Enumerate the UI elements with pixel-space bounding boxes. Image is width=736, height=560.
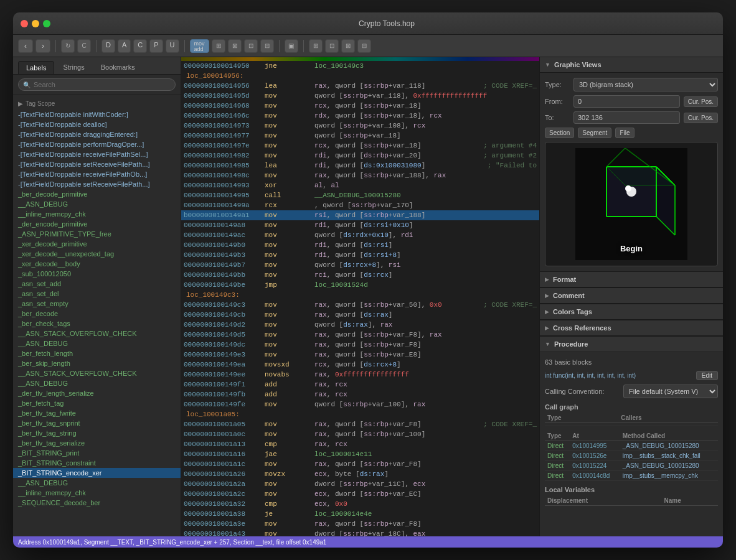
close-button[interactable] [21,20,28,27]
asm-line[interactable]: 0000000100149be jmp loc_10001524d [181,280,539,290]
asm-line[interactable]: 0000000100149d2 mov qword [ds:rax], rax [181,320,539,330]
list-item[interactable]: -[TextFieldDroppable dealloc] [13,119,181,129]
asm-line[interactable]: 000000010001496c mov rdx, qword [ss:rbp+… [181,111,539,121]
from-input[interactable] [573,95,680,108]
back-button[interactable]: ‹ [18,39,33,53]
list-item[interactable]: __ASN_DEBUG [13,378,181,388]
refresh-button[interactable]: ↻ [61,39,75,53]
asm-line[interactable]: 000000010001a16 jae loc_1000014e11 [181,449,539,459]
list-item[interactable]: _xer_decode_primitive [13,239,181,249]
asm-view[interactable]: 0000000100014950 jne loc_100149c3 loc_10… [181,61,539,536]
tab-bookmarks[interactable]: Bookmarks [93,61,143,74]
list-item[interactable]: -[TextFieldDroppable setReceiveFilePath.… [13,179,181,189]
list-item[interactable]: _xer_decode__unexpected_tag [13,249,181,259]
list-item[interactable]: _ASN_PRIMITIVE_TYPE_free [13,229,181,239]
list-item[interactable]: __ASN_STACK_OVERFLOW_CHECK [13,329,181,338]
asm-line[interactable]: 000000010001a3e mov rax, qword [ss:rbp+v… [181,519,539,529]
icon-btn-2[interactable]: ⊠ [228,39,242,53]
asm-line[interactable]: 000000010001a05 mov rax, qword [ss:rbp+v… [181,419,539,429]
format-header[interactable]: ▶ Format [540,272,723,287]
asm-line[interactable]: 0000000100149bb mov rci, qword [ds:rcx] [181,270,539,280]
to-input[interactable] [573,111,680,124]
asm-line[interactable]: 0000000100014968 mov rcx, qword [ss:rbp+… [181,101,539,111]
list-item[interactable]: -[TextFieldDroppable receiveFilePathOb..… [13,169,181,179]
cur-pos-button-from[interactable]: Cur. Pos. [684,96,718,107]
table-row[interactable]: Direct 0x10015224 _ASN_DEBUG_100015280 [545,460,718,470]
asm-line[interactable]: 0000000100014982 mov rdi, qword [ds:rbp+… [181,151,539,161]
asm-line[interactable]: 000000010001495d mov qword [ss:rbp+var_1… [181,91,539,101]
minimize-button[interactable] [32,20,39,27]
list-item[interactable]: _der_encode_primitive [13,219,181,229]
list-item[interactable]: _ber_tlv_tag_snprint [13,418,181,428]
asm-line[interactable]: 0000000100149f1 add rax, rcx [181,380,539,390]
list-item-selected[interactable]: _BIT_STRING_encode_xer [13,468,181,478]
asm-line[interactable]: 0000000100014950 jne loc_100149c3 [181,61,539,71]
table-row[interactable]: Direct 0x100014c8d imp__stubs__memcpy_ch… [545,470,718,480]
list-item[interactable]: -[TextFieldDroppable setReceiveFilePath.… [13,159,181,169]
asm-line[interactable]: 000000010001498c mov rax, qword [ss:rbp+… [181,170,539,180]
asm-line[interactable]: 000000010001a13 cmp rax, rcx [181,439,539,449]
asm-line[interactable]: 0000000100149ea movsxd rcx, qword [ds:rc… [181,360,539,370]
section-button[interactable]: Section [545,128,574,138]
list-item[interactable]: _SEQUENCE_decode_ber [13,498,181,508]
list-item[interactable]: __ASN_DEBUG [13,199,181,209]
icon-btn-1[interactable]: ⊞ [212,39,225,53]
icon-btn-5[interactable]: ▣ [285,39,298,53]
cross-refs-header[interactable]: ▶ Cross References [540,320,723,336]
list-item[interactable]: _asn_set_empty [13,299,181,309]
list-item[interactable]: _ber_check_tags [13,319,181,329]
list-item[interactable]: _BIT_STRING_constraint [13,458,181,468]
d-button[interactable]: D [101,39,115,53]
maximize-button[interactable] [43,20,50,27]
icon-btn-8[interactable]: ⊠ [341,39,355,53]
list-item[interactable]: __ASN_DEBUG [13,478,181,488]
asm-line[interactable]: 000000010001a0c mov rax, qword [ss:rbp+v… [181,429,539,439]
asm-line[interactable]: 0000000100149dc mov rax, qword [ss:rbp+v… [181,340,539,350]
table-row[interactable]: Direct 0x1001526e imp__stubs__stack_chk_… [545,450,718,460]
asm-line[interactable]: 000000010001499a rcx , qword [ss:rbp+var… [181,200,539,210]
p-button[interactable]: P [149,39,163,53]
asm-line[interactable]: 0000000100014985 lea rdi, qword [ds:0x10… [181,161,539,170]
list-item[interactable]: _ber_tlv_tag_string [13,428,181,438]
asm-line[interactable]: 0000000100014977 mov qword [ss:rbp+var_1… [181,131,539,141]
asm-line-selected[interactable]: b0000000100149a1 mov rsi, qword [ss:rbp+… [181,210,539,220]
icon-btn-3[interactable]: ⊡ [244,39,258,53]
asm-line[interactable]: 0000000100014956 lea rax, qword [ss:rbp+… [181,81,539,91]
asm-line[interactable]: 000000010001a26 movzx ecx, byte [ds:rax] [181,469,539,479]
list-item[interactable]: _ber_tlv_tag_fwrite [13,408,181,418]
asm-line[interactable]: 000000010001a2c mov ecx, dword [ss:rbp+v… [181,489,539,499]
scope-header[interactable]: ▶ Tag Scope [13,98,181,110]
asm-line[interactable]: 000000010001a1c mov rax, qword [ss:rbp+v… [181,459,539,469]
asm-line[interactable]: 0000000100149b3 mov rdi, qword [ds:rsi+8… [181,250,539,260]
asm-line[interactable]: 0000000100149b7 mov qword [ds:rcx+8], rs… [181,260,539,270]
list-item[interactable]: _ber_decode_primitive [13,189,181,199]
asm-line[interactable]: 0000000100149ac mov qword [ds:rdx+0x10],… [181,230,539,240]
asm-line[interactable]: 0000000100149cb mov rax, qword [ds:rax] [181,310,539,320]
a-button[interactable]: A [118,39,131,53]
asm-line[interactable]: 0000000100014993 xor al, al [181,180,539,190]
icon-btn-7[interactable]: ⊡ [325,39,339,53]
asm-line[interactable]: 0000000100149c3 mov rax, qword [ss:rbp+v… [181,300,539,310]
c-button[interactable]: C [77,39,91,53]
icon-btn-4[interactable]: ⊟ [260,39,274,53]
asm-line[interactable]: 000000010001a43 mov dword [ss:rbp+var_18… [181,529,539,536]
asm-line[interactable]: 0000000100149fe mov qword [ss:rbp+var_10… [181,399,539,409]
list-item[interactable]: _xer_decode__body [13,259,181,269]
asm-line[interactable]: 0000000100149b0 mov rdi, qword [ds:rsi] [181,240,539,250]
comment-header[interactable]: ▶ Comment [540,288,723,304]
type-select[interactable]: 3D (bigram stack) [573,78,718,91]
asm-line[interactable]: 0000000100149ee novabs rax, 0xffffffffff… [181,370,539,380]
graphic-views-header[interactable]: ▼ Graphic Views [540,57,723,73]
tab-labels[interactable]: Labels [18,61,54,74]
u-button[interactable]: U [166,39,179,53]
list-item[interactable]: _asn_set_del [13,289,181,299]
edit-button[interactable]: Edit [696,371,718,380]
asm-line[interactable]: 0000000100149a8 mov rdi, qword [ds:rsi+0… [181,220,539,230]
list-item[interactable]: _ber_fetch_tag [13,398,181,408]
asm-line[interactable]: 000000010001a2a mov dword [ss:rbp+var_11… [181,479,539,489]
asm-line[interactable]: 000000010001a32 cmp ecx, 0x0 [181,499,539,509]
table-row[interactable]: Direct 0x10014995 _ASN_DEBUG_100015280 [545,441,718,450]
asm-line[interactable]: 0000000100149fb add rax, rcx [181,390,539,399]
list-item[interactable]: __ASN_DEBUG [13,338,181,348]
mov-add-button[interactable]: movadd [190,39,209,53]
